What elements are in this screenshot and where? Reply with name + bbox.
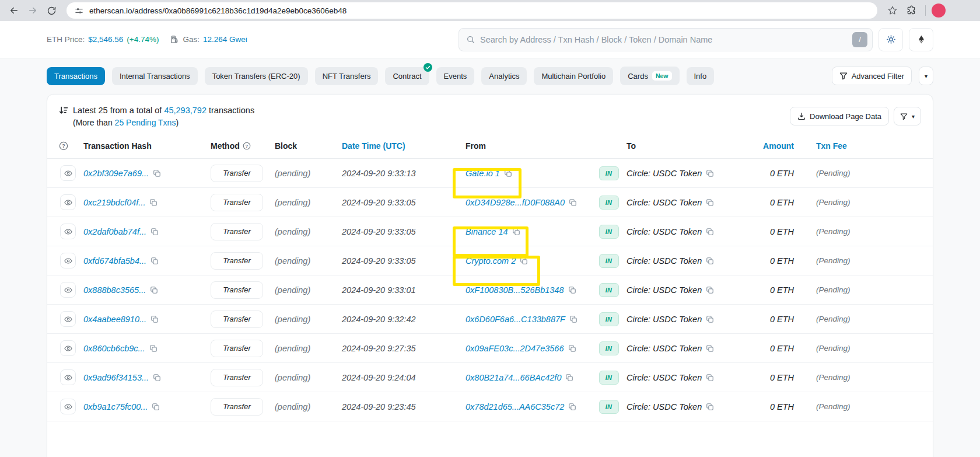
- from-link[interactable]: 0x09aFE03c...2D47e3566: [466, 344, 564, 353]
- to-link[interactable]: Circle: USDC Token: [626, 344, 702, 353]
- copy-icon[interactable]: [565, 374, 573, 382]
- copy-icon[interactable]: [149, 198, 158, 207]
- copy-icon[interactable]: [568, 403, 576, 411]
- eye-button[interactable]: [60, 399, 76, 414]
- method-button[interactable]: Transfer: [211, 223, 263, 240]
- tab-nft-transfers[interactable]: NFT Transfers: [315, 67, 379, 85]
- from-link[interactable]: Binance 14: [466, 227, 508, 236]
- to-link[interactable]: Circle: USDC Token: [626, 373, 702, 382]
- copy-icon[interactable]: [153, 374, 161, 382]
- copy-icon[interactable]: [569, 198, 577, 207]
- copy-icon[interactable]: [149, 344, 158, 353]
- copy-icon[interactable]: [150, 228, 159, 236]
- theme-toggle-button[interactable]: [878, 28, 903, 51]
- from-link[interactable]: Crypto.com 2: [466, 256, 516, 266]
- copy-icon[interactable]: [706, 257, 714, 265]
- header-txn-fee[interactable]: Txn Fee: [794, 141, 881, 151]
- tab-cards[interactable]: Cards New: [620, 67, 679, 85]
- from-link[interactable]: 0x6D60F6a6...C133b887F: [466, 315, 565, 324]
- advanced-filter-button[interactable]: Advanced Filter: [832, 67, 912, 85]
- copy-icon[interactable]: [150, 286, 158, 294]
- table-filter-button[interactable]: ▾: [894, 107, 921, 125]
- address-bar[interactable]: etherscan.io/address/0xa0b86991c6218b36c…: [66, 2, 877, 19]
- tab-transactions[interactable]: Transactions: [47, 67, 105, 85]
- forward-button[interactable]: [24, 2, 41, 19]
- method-button[interactable]: Transfer: [211, 194, 263, 211]
- eye-button[interactable]: [60, 253, 76, 268]
- eye-button[interactable]: [60, 340, 76, 356]
- tab-contract[interactable]: Contract: [385, 67, 429, 85]
- profile-avatar[interactable]: [932, 4, 946, 18]
- to-link[interactable]: Circle: USDC Token: [626, 169, 702, 178]
- copy-icon[interactable]: [706, 198, 714, 207]
- to-link[interactable]: Circle: USDC Token: [626, 256, 702, 266]
- method-button[interactable]: Transfer: [211, 252, 263, 270]
- copy-icon[interactable]: [706, 169, 714, 177]
- eye-button[interactable]: [60, 369, 76, 385]
- copy-icon[interactable]: [568, 286, 576, 294]
- copy-icon[interactable]: [153, 169, 161, 177]
- eye-button[interactable]: [60, 282, 76, 298]
- copy-icon[interactable]: [706, 228, 714, 236]
- method-button[interactable]: Transfer: [211, 398, 263, 416]
- from-link[interactable]: 0xD34D928e...fD0F088A0: [466, 198, 565, 207]
- eye-button[interactable]: [60, 165, 76, 181]
- from-link[interactable]: 0xF100830B...526Bb1348: [466, 285, 564, 295]
- tab-token-transfers[interactable]: Token Transfers (ERC-20): [205, 67, 308, 85]
- txn-hash-link[interactable]: 0x2bf309e7a69...: [83, 169, 149, 178]
- tab-analytics[interactable]: Analytics: [481, 67, 527, 85]
- filter-dropdown-button[interactable]: ▾: [919, 67, 933, 85]
- header-amount[interactable]: Amount: [759, 141, 794, 151]
- to-link[interactable]: Circle: USDC Token: [626, 227, 702, 236]
- network-eth-button[interactable]: [909, 28, 933, 51]
- copy-icon[interactable]: [706, 403, 714, 411]
- copy-icon[interactable]: [706, 286, 714, 294]
- gas-value[interactable]: 12.264 Gwei: [203, 35, 247, 44]
- eye-button[interactable]: [60, 194, 76, 210]
- download-page-data-button[interactable]: Download Page Data: [790, 107, 889, 125]
- copy-icon[interactable]: [520, 257, 528, 265]
- eth-price-value[interactable]: $2,546.56: [88, 35, 123, 44]
- copy-icon[interactable]: [706, 315, 714, 323]
- header-date-time[interactable]: Date Time (UTC): [342, 141, 452, 151]
- site-settings-icon[interactable]: [75, 6, 83, 15]
- tab-multichain-portfolio[interactable]: Multichain Portfolio: [534, 67, 613, 85]
- copy-icon[interactable]: [152, 403, 160, 411]
- method-button[interactable]: Transfer: [211, 165, 263, 182]
- method-button[interactable]: Transfer: [211, 340, 263, 357]
- from-link[interactable]: Gate.io 1: [466, 169, 500, 178]
- copy-icon[interactable]: [504, 169, 512, 177]
- tab-events[interactable]: Events: [436, 67, 475, 85]
- search-input[interactable]: [480, 35, 848, 44]
- txn-hash-link[interactable]: 0xfd674bfa5b4...: [83, 256, 146, 266]
- method-button[interactable]: Transfer: [211, 369, 263, 386]
- copy-icon[interactable]: [150, 315, 159, 323]
- method-button[interactable]: Transfer: [211, 311, 263, 328]
- back-button[interactable]: [6, 2, 22, 19]
- from-link[interactable]: 0x78d21d65...AA6C35c72: [466, 402, 564, 411]
- copy-icon[interactable]: [706, 344, 714, 353]
- txn-hash-link[interactable]: 0x888b8c3565...: [83, 285, 146, 295]
- to-link[interactable]: Circle: USDC Token: [626, 402, 702, 411]
- to-link[interactable]: Circle: USDC Token: [626, 285, 702, 295]
- pending-txns-link[interactable]: 25 Pending Txns: [115, 118, 176, 127]
- bookmark-star-button[interactable]: [884, 2, 901, 19]
- method-button[interactable]: Transfer: [211, 281, 263, 299]
- copy-icon[interactable]: [150, 257, 159, 265]
- to-link[interactable]: Circle: USDC Token: [626, 315, 702, 324]
- eye-button[interactable]: [60, 311, 76, 327]
- from-link[interactable]: 0x80B21a74...66BAc42f0: [466, 373, 561, 382]
- txn-hash-link[interactable]: 0x860cb6cb9c...: [83, 344, 145, 353]
- txn-hash-link[interactable]: 0xb9a1c75fc00...: [83, 402, 148, 411]
- reload-button[interactable]: [43, 2, 60, 19]
- extensions-button[interactable]: [903, 2, 919, 19]
- copy-icon[interactable]: [706, 374, 714, 382]
- txn-hash-link[interactable]: 0x4aabee8910...: [83, 315, 146, 324]
- copy-icon[interactable]: [569, 315, 578, 323]
- eye-button[interactable]: [60, 224, 76, 239]
- tab-internal-transactions[interactable]: Internal Transactions: [112, 67, 198, 85]
- tab-info[interactable]: Info: [687, 67, 715, 85]
- txn-hash-link[interactable]: 0xc219bdcf04f...: [83, 198, 145, 207]
- txn-hash-link[interactable]: 0x2daf0bab74f...: [83, 227, 146, 236]
- txn-hash-link[interactable]: 0x9ad96f34153...: [83, 373, 149, 382]
